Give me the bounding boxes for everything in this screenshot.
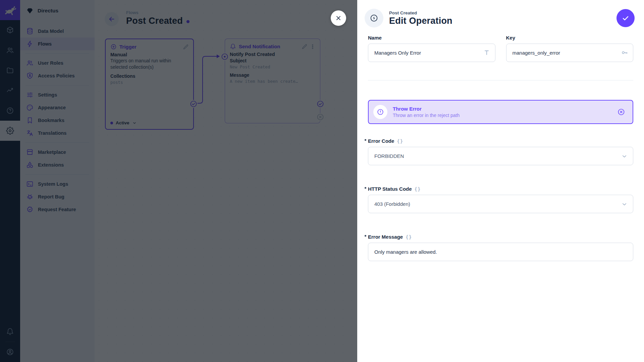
drawer-close-button[interactable] — [331, 10, 346, 26]
edit-operation-drawer: Post Created Edit Operation Name — [357, 0, 644, 362]
required-dot — [365, 139, 366, 141]
raw-value-icon[interactable]: {} — [415, 186, 421, 192]
drawer-subtitle: Post Created — [389, 10, 452, 15]
operation-type-banner[interactable]: Throw Error Throw an error in the reject… — [368, 100, 633, 124]
error-code-label: Error Code — [368, 138, 394, 144]
error-message-field-group: Error Message {} — [368, 234, 633, 261]
http-status-value: 403 (Forbidden) — [374, 201, 410, 207]
name-input[interactable] — [368, 44, 495, 62]
key-label: Key — [506, 35, 516, 41]
key-input[interactable] — [506, 44, 634, 62]
error-message-input[interactable] — [368, 243, 633, 261]
chevron-down-icon — [621, 201, 628, 208]
http-status-label: HTTP Status Code — [368, 186, 412, 192]
directus-app: Directus Data ModelFlowsUser RolesAccess… — [0, 0, 644, 362]
flow-bolt-icon — [365, 9, 383, 27]
alert-circle-icon — [373, 105, 387, 119]
required-dot — [365, 187, 366, 189]
required-dot — [365, 235, 366, 237]
raw-value-icon[interactable]: {} — [406, 234, 412, 240]
drawer-dim-overlay[interactable] — [0, 0, 357, 362]
title-T-icon — [483, 49, 490, 56]
raw-value-icon[interactable]: {} — [397, 138, 403, 144]
key-icon — [621, 49, 628, 56]
save-button[interactable] — [616, 9, 635, 27]
error-code-value: FORBIDDEN — [374, 153, 404, 159]
operation-type-description: Throw an error in the reject path — [393, 113, 460, 118]
error-code-select[interactable]: FORBIDDEN — [368, 147, 633, 165]
drawer-divider — [368, 80, 633, 80]
operation-type-title: Throw Error — [393, 106, 460, 112]
name-field-group: Name — [368, 35, 495, 62]
drawer-header: Post Created Edit Operation — [357, 0, 644, 32]
x-in-circle-icon — [617, 108, 625, 116]
error-message-label: Error Message — [368, 234, 403, 240]
chevron-down-icon — [621, 153, 628, 160]
drawer-title: Edit Operation — [389, 16, 452, 26]
key-field-group: Key — [506, 35, 634, 62]
close-icon — [335, 14, 342, 22]
http-status-select[interactable]: 403 (Forbidden) — [368, 195, 633, 213]
error-code-field-group: Error Code {} FORBIDDEN — [368, 138, 633, 165]
http-status-field-group: HTTP Status Code {} 403 (Forbidden) — [368, 186, 633, 213]
check-icon — [621, 14, 630, 22]
deselect-operation-button[interactable] — [617, 108, 625, 116]
name-label: Name — [368, 35, 382, 41]
